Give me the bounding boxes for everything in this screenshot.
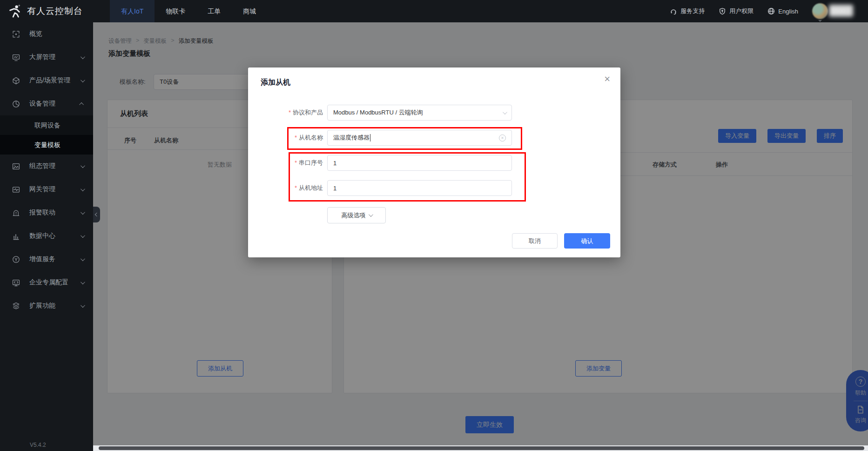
sidebar-label: 组态管理: [29, 162, 55, 170]
address-label: *从机地址: [248, 180, 323, 196]
sidebar-label: 企业专属配置: [29, 278, 68, 287]
chevron-up-icon: [79, 102, 84, 107]
horizontal-scrollbar-thumb[interactable]: [99, 446, 864, 450]
avatar[interactable]: [812, 3, 828, 19]
brand-logo-icon: [7, 4, 21, 18]
service-support-link[interactable]: 服务支持: [670, 7, 705, 15]
sidebar-item-extensions[interactable]: 扩展功能: [0, 294, 93, 317]
sidebar-item-variable-template[interactable]: 变量模板: [0, 135, 93, 155]
cancel-button[interactable]: 取消: [512, 233, 558, 249]
top-bar: 有人云控制台 有人IoT 物联卡 工单 商城 服务支持: [0, 0, 868, 22]
chevron-down-icon: [81, 163, 85, 168]
sidebar-label: 设备管理: [29, 100, 55, 108]
monitor-code-icon: [12, 279, 20, 287]
user-caret-icon: [818, 20, 822, 22]
required-mark: *: [289, 109, 291, 116]
sidebar-item-device[interactable]: 设备管理: [0, 92, 93, 115]
protocol-label: *协议和产品: [248, 105, 323, 121]
advanced-options-button[interactable]: 高级选项: [327, 207, 386, 223]
sidebar-item-enterprise[interactable]: 企业专属配置: [0, 271, 93, 294]
sidebar-label: 扩展功能: [29, 302, 55, 310]
sidebar-label: 大屏管理: [29, 53, 55, 61]
headset-icon: [670, 7, 677, 15]
sidebar-item-alarm[interactable]: 报警联动: [0, 201, 93, 224]
sidebar-label: 产品/场景管理: [29, 76, 70, 85]
address-field-row: *从机地址: [248, 180, 620, 196]
service-support-label: 服务支持: [680, 7, 705, 15]
chevron-left-icon: [94, 213, 98, 216]
nav-tab-mall[interactable]: 商城: [232, 0, 267, 22]
user-permissions-label: 用户权限: [729, 7, 754, 15]
sidebar-item-overview[interactable]: 概览: [0, 22, 93, 46]
overview-icon: [12, 30, 20, 38]
header-right: 服务支持 用户权限 English 5500: [670, 0, 868, 22]
chevron-down-icon: [81, 187, 85, 191]
modal-title: 添加从机: [261, 78, 290, 88]
sidebar-label: 报警联动: [29, 209, 55, 217]
serial-label: *串口序号: [248, 155, 323, 171]
sidebar-item-online-devices[interactable]: 联网设备: [0, 115, 93, 135]
sidebar-item-bigscreen[interactable]: 大屏管理: [0, 46, 93, 69]
chevron-down-icon: [81, 54, 85, 59]
confirm-button[interactable]: 确认: [564, 233, 610, 249]
sidebar-item-gateway[interactable]: 网关管理: [0, 178, 93, 201]
required-mark: *: [295, 159, 297, 166]
device-submenu: 联网设备 变量模板: [0, 115, 93, 155]
cube-icon: [12, 77, 20, 85]
add-slave-modal: 添加从机 × *协议和产品 Modbus / ModbusRTU / 云端轮询 …: [248, 67, 620, 257]
sidebar-collapse-handle[interactable]: [93, 207, 100, 222]
blur-patch: [829, 5, 853, 17]
horizontal-scrollbar: [93, 445, 868, 451]
chevron-down-icon: [81, 78, 85, 82]
sidebar-label: 数据中心: [29, 232, 55, 240]
sidebar-item-product[interactable]: 产品/场景管理: [0, 69, 93, 92]
user-menu[interactable]: 5500: [812, 0, 868, 22]
chevron-down-icon: [368, 212, 373, 217]
sidebar-item-scada[interactable]: 组态管理: [0, 155, 93, 178]
brand-title: 有人云控制台: [27, 5, 83, 17]
gateway-icon: [12, 186, 20, 194]
chevron-down-icon: [81, 280, 85, 284]
app-window: 有人云控制台 有人IoT 物联卡 工单 商城 服务支持: [0, 0, 868, 451]
image-icon: [12, 162, 20, 170]
chevron-down-icon: [81, 210, 85, 215]
value-added-icon: [12, 256, 20, 263]
protocol-value: Modbus / ModbusRTU / 云端轮询: [333, 108, 423, 117]
protocol-select[interactable]: Modbus / ModbusRTU / 云端轮询: [327, 105, 512, 121]
slave-name-field-row: *从机名称 温湿度传感器 ×: [248, 130, 620, 146]
user-permissions-link[interactable]: 用户权限: [719, 7, 754, 15]
sidebar-item-vas[interactable]: 增值服务: [0, 248, 93, 271]
screen-icon: [12, 54, 20, 61]
serial-field-row: *串口序号: [248, 155, 620, 171]
close-icon[interactable]: ×: [604, 74, 610, 84]
shield-icon: [719, 7, 726, 15]
clear-input-icon[interactable]: ×: [499, 135, 506, 141]
sidebar-item-datacenter[interactable]: 数据中心: [0, 224, 93, 248]
sidebar-label: 增值服务: [29, 255, 55, 263]
username-blurred: 5500: [832, 7, 868, 16]
sidebar-label: 概览: [29, 30, 42, 38]
nav-tab-iot[interactable]: 有人IoT: [110, 0, 155, 22]
language-label: English: [778, 8, 798, 15]
slave-name-value: 温湿度传感器: [333, 134, 370, 142]
advanced-options-label: 高级选项: [342, 211, 366, 220]
protocol-field-row: *协议和产品 Modbus / ModbusRTU / 云端轮询: [248, 105, 620, 121]
bar-chart-icon: [12, 232, 20, 240]
chevron-down-icon: [503, 110, 507, 114]
chevron-down-icon: [81, 233, 85, 238]
version-label: V5.4.2: [30, 442, 46, 448]
text-cursor: [370, 134, 370, 141]
sidebar: 概览 大屏管理 产品/场景管理 设备管理 联网设备 变量模板: [0, 22, 93, 451]
layers-icon: [12, 302, 20, 310]
globe-icon: [767, 7, 775, 15]
language-switch[interactable]: English: [767, 7, 798, 15]
required-mark: *: [295, 134, 297, 141]
nav-tab-workorder[interactable]: 工单: [196, 0, 232, 22]
nav-tab-sim[interactable]: 物联卡: [155, 0, 196, 22]
serial-number-input[interactable]: [327, 155, 512, 171]
slave-address-input[interactable]: [327, 180, 512, 196]
primary-nav: 有人IoT 物联卡 工单 商城: [110, 0, 267, 22]
required-mark: *: [295, 184, 297, 191]
slave-name-input[interactable]: 温湿度传感器 ×: [327, 130, 512, 146]
pie-chart-icon: [12, 100, 20, 108]
